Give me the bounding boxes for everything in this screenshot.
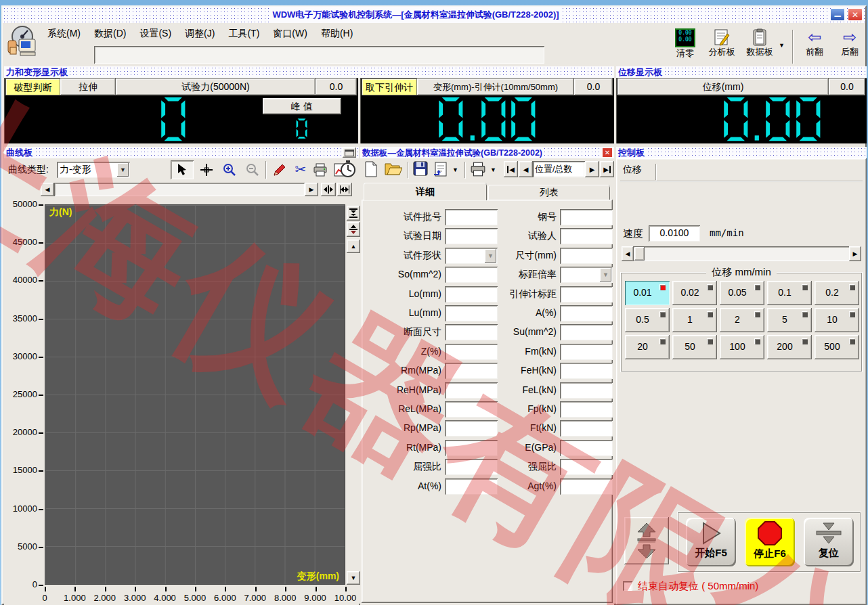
speed-button-0.2[interactable]: 0.2 [815,281,859,305]
auto-reset-checkbox[interactable] [623,581,632,591]
vscroll-down-button[interactable]: ▼ [347,571,360,585]
analysis-board-button[interactable]: 分析板 [704,28,739,65]
zoom-out-tool-button[interactable] [242,160,263,179]
speed-button-0.5[interactable]: 0.5 [625,308,670,332]
form-field-r7[interactable] [560,344,613,360]
form-field-r12[interactable] [560,440,613,456]
toolbar-dropdown-arrow[interactable]: ▼ [779,42,788,51]
chevron-down-icon[interactable]: ▼ [600,268,611,282]
print-curve-button[interactable] [310,160,330,179]
peak-button[interactable]: 峰 值 [263,98,341,114]
y-expand-button[interactable] [347,222,360,237]
restore-window-icon[interactable] [343,148,356,158]
speed-button-0.01[interactable]: 0.01 [625,281,670,305]
speed-button-0.05[interactable]: 0.05 [720,281,764,305]
form-field-r10[interactable] [560,401,613,418]
tensile-mode-button[interactable]: 拉伸 [60,79,116,95]
title-bar[interactable]: WDW电子万能试验机控制系统—[金属材料室温拉伸试验(GB/T228-2002)… [3,7,865,23]
export-report-button[interactable] [433,161,451,179]
timer-button[interactable] [340,160,359,179]
tab-list[interactable]: 列表 [488,185,610,200]
data-panel-close-button[interactable]: ✕ [602,148,613,158]
pencil-tool-button[interactable] [269,160,290,179]
y-compress-button[interactable] [347,206,360,221]
hscroll-left-button[interactable]: ◀ [41,183,54,196]
form-field-r6[interactable] [560,324,613,340]
data-panel-header[interactable]: 数据板—金属材料室温拉伸试验(GB/T228-2002) ✕ [360,147,614,158]
stop-button[interactable]: 停止F6 [745,518,795,566]
vscroll-up-button[interactable]: ▲ [347,240,360,253]
reset-button[interactable]: 复位 [804,518,854,566]
crosshair-tool-button[interactable] [196,160,217,179]
remove-extensometer-button[interactable]: 取下引伸计 [362,79,417,95]
speed-slider-track[interactable] [622,246,861,261]
menu-item-2[interactable]: 设置(S) [133,26,178,42]
nav-last-button[interactable]: ▶ [600,161,614,177]
speed-button-0.02[interactable]: 0.02 [672,281,717,305]
form-field-r3[interactable]: ▼ [560,267,613,283]
x-expand-button[interactable] [337,183,352,196]
speed-button-2[interactable]: 2 [720,308,764,332]
page-prev-button[interactable]: ⇦ 前翻 [799,28,830,65]
form-field-r8[interactable] [560,363,613,379]
export-dropdown-arrow[interactable]: ▼ [452,166,462,175]
speed-button-5[interactable]: 5 [767,308,812,332]
speed-button-500[interactable]: 500 [815,335,859,359]
data-board-button[interactable]: 数据板 [742,28,777,65]
page-next-button[interactable]: ⇨ 后翻 [834,28,865,65]
open-file-button[interactable] [385,161,404,179]
hscroll-right-button[interactable]: ▶ [305,183,318,196]
slider-left-button[interactable]: ◀ [622,246,634,261]
form-field-r5[interactable] [560,305,613,321]
menu-item-1[interactable]: 数据(D) [87,26,133,42]
nav-first-button[interactable]: ◀ [504,161,518,177]
save-button[interactable] [413,161,431,179]
speed-value-input[interactable]: 0.0100 [649,225,700,242]
x-compress-button[interactable] [321,183,336,196]
curve-type-select[interactable]: 力-变形 ▼ [57,162,130,178]
scissors-tool-button[interactable]: ✂ [291,159,310,179]
tab-displacement[interactable]: 位移 [623,164,654,180]
hscroll-track[interactable] [54,183,305,196]
zoom-in-tool-button[interactable] [219,160,240,179]
slider-right-button[interactable]: ▶ [849,246,861,261]
form-label-r1: 试验人 [362,230,557,242]
speed-button-0.1[interactable]: 0.1 [767,281,812,305]
form-field-r4[interactable] [560,286,613,302]
close-button[interactable]: ✕ [848,8,863,21]
slider-thumb[interactable] [634,247,645,261]
cursor-tool-button[interactable] [171,160,194,179]
form-field-r2[interactable] [560,248,613,264]
menu-item-6[interactable]: 帮助(H) [314,26,360,42]
form-field-r13[interactable] [560,459,613,475]
form-field-r1[interactable] [560,228,613,244]
clear-zero-button[interactable]: 0.00 0.00 清零 [669,28,701,65]
break-judge-button[interactable]: 破型判断 [5,79,60,95]
menu-item-4[interactable]: 工具(T) [221,26,266,42]
chart-plot-area[interactable]: 力(N) 变形(mm) [45,204,345,585]
speed-button-200[interactable]: 200 [767,335,812,359]
nav-next-button[interactable]: ▶ [585,161,599,177]
start-button[interactable]: 开始F5 [686,518,736,566]
speed-button-1[interactable]: 1 [672,308,717,332]
print-dropdown-arrow[interactable]: ▼ [490,166,500,175]
menu-item-0[interactable]: 系统(M) [41,26,87,42]
force-display-area: 破型判断 拉伸 试验力(50000N) 0.0 峰 值 [4,78,358,143]
jog-up-down-button[interactable] [624,517,669,564]
minimize-button[interactable]: ▁ [830,8,845,21]
form-field-r0[interactable] [560,209,613,225]
chevron-down-icon[interactable]: ▼ [117,163,129,177]
speed-button-50[interactable]: 50 [672,335,717,359]
tab-detail[interactable]: 详细 [364,183,487,200]
form-field-r14[interactable] [560,478,613,495]
menu-item-3[interactable]: 调整(J) [178,26,221,42]
menu-item-5[interactable]: 窗口(W) [266,26,314,42]
speed-button-20[interactable]: 20 [625,335,670,359]
form-field-r9[interactable] [560,382,613,399]
speed-button-10[interactable]: 10 [815,308,859,332]
new-record-button[interactable] [364,161,382,179]
form-field-r11[interactable] [560,420,613,436]
speed-button-100[interactable]: 100 [720,335,764,359]
nav-prev-button[interactable]: ◀ [519,161,533,177]
print-report-button[interactable] [470,162,489,179]
